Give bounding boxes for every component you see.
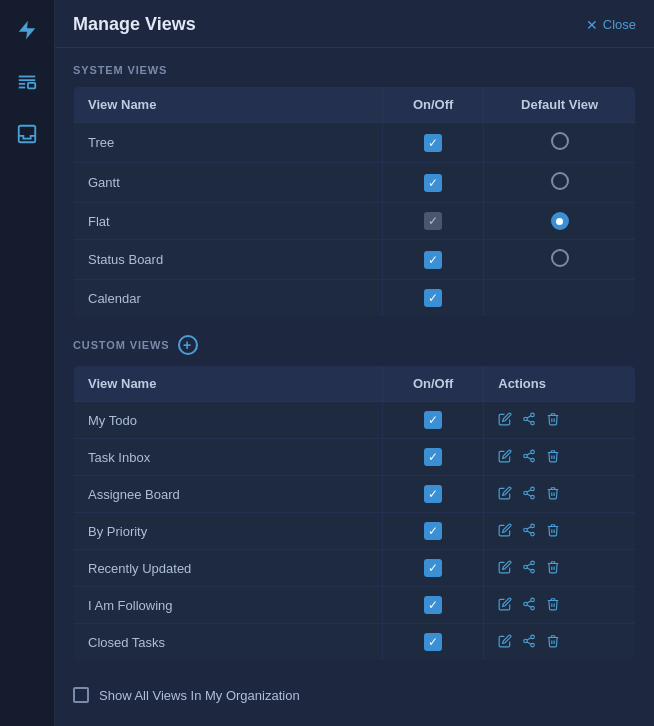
table-row: I Am Following✓	[74, 587, 636, 624]
default-radio[interactable]	[551, 249, 569, 267]
view-onoff-cell: ✓	[383, 203, 484, 240]
svg-line-35	[527, 604, 531, 606]
sidebar-icon-inbox[interactable]	[11, 118, 43, 150]
share-icon[interactable]	[522, 523, 536, 540]
svg-point-8	[524, 417, 528, 421]
onoff-checkbox[interactable]: ✓	[424, 134, 442, 152]
view-actions-cell	[484, 476, 636, 513]
onoff-checkbox[interactable]: ✓	[424, 485, 442, 503]
system-views-section: SYSTEM VIEWS View Name On/Off Default Vi…	[73, 64, 636, 317]
svg-point-38	[524, 639, 528, 643]
share-icon[interactable]	[522, 560, 536, 577]
svg-point-39	[531, 643, 535, 647]
svg-point-33	[524, 602, 528, 606]
table-row: Closed Tasks✓	[74, 624, 636, 661]
view-onoff-cell: ✓	[383, 624, 484, 661]
table-row: Tree✓	[74, 123, 636, 163]
view-onoff-cell: ✓	[383, 513, 484, 550]
view-onoff-cell: ✓	[383, 123, 484, 163]
edit-icon[interactable]	[498, 449, 512, 466]
onoff-checkbox[interactable]: ✓	[424, 596, 442, 614]
table-row: By Priority✓	[74, 513, 636, 550]
action-icons-group	[498, 412, 621, 429]
delete-icon[interactable]	[546, 449, 560, 466]
view-onoff-cell: ✓	[383, 240, 484, 280]
onoff-checkbox[interactable]: ✓	[424, 411, 442, 429]
delete-icon[interactable]	[546, 597, 560, 614]
view-onoff-cell: ✓	[383, 163, 484, 203]
view-name-cell: My Todo	[74, 402, 383, 439]
svg-line-26	[527, 526, 531, 528]
edit-icon[interactable]	[498, 560, 512, 577]
sidebar-icon-lightning[interactable]	[11, 14, 43, 46]
view-name-cell: Calendar	[74, 280, 383, 317]
onoff-checkbox[interactable]: ✓	[424, 174, 442, 192]
default-radio[interactable]	[551, 132, 569, 150]
close-label: Close	[603, 17, 636, 32]
svg-line-15	[527, 456, 531, 458]
custom-views-table: View Name On/Off Actions My Todo✓Task In…	[73, 365, 636, 661]
svg-marker-0	[19, 21, 36, 39]
edit-icon[interactable]	[498, 412, 512, 429]
onoff-checkbox[interactable]: ✓	[424, 289, 442, 307]
onoff-checkbox[interactable]: ✓	[424, 559, 442, 577]
action-icons-group	[498, 449, 621, 466]
col-header-actions: Actions	[484, 366, 636, 402]
sidebar-icon-list[interactable]	[11, 66, 43, 98]
delete-icon[interactable]	[546, 486, 560, 503]
share-icon[interactable]	[522, 412, 536, 429]
view-actions-cell	[484, 439, 636, 476]
col-header-name2: View Name	[74, 366, 383, 402]
view-actions-cell	[484, 587, 636, 624]
svg-point-23	[524, 528, 528, 532]
edit-icon[interactable]	[498, 486, 512, 503]
svg-point-9	[531, 421, 535, 425]
view-actions-cell	[484, 402, 636, 439]
delete-icon[interactable]	[546, 412, 560, 429]
view-onoff-cell: ✓	[383, 402, 484, 439]
show-all-views-checkbox[interactable]	[73, 687, 89, 703]
add-custom-view-button[interactable]: +	[178, 335, 198, 355]
onoff-checkbox[interactable]: ✓	[424, 633, 442, 651]
view-actions-cell	[484, 550, 636, 587]
svg-line-20	[527, 493, 531, 495]
svg-point-14	[531, 458, 535, 462]
table-row: Task Inbox✓	[74, 439, 636, 476]
edit-icon[interactable]	[498, 597, 512, 614]
view-default-cell	[484, 163, 636, 203]
custom-views-header-row: View Name On/Off Actions	[74, 366, 636, 402]
edit-icon[interactable]	[498, 523, 512, 540]
share-icon[interactable]	[522, 486, 536, 503]
onoff-checkbox[interactable]: ✓	[424, 212, 442, 230]
share-icon[interactable]	[522, 597, 536, 614]
svg-line-25	[527, 530, 531, 532]
edit-icon[interactable]	[498, 634, 512, 651]
default-radio[interactable]	[551, 172, 569, 190]
table-row: Recently Updated✓	[74, 550, 636, 587]
onoff-checkbox[interactable]: ✓	[424, 251, 442, 269]
onoff-checkbox[interactable]: ✓	[424, 448, 442, 466]
delete-icon[interactable]	[546, 560, 560, 577]
svg-point-34	[531, 606, 535, 610]
system-views-label: SYSTEM VIEWS	[73, 64, 636, 76]
view-onoff-cell: ✓	[383, 587, 484, 624]
default-radio[interactable]	[551, 212, 569, 230]
close-icon: ✕	[586, 17, 598, 33]
close-button[interactable]: ✕ Close	[586, 17, 636, 33]
view-name-cell: Closed Tasks	[74, 624, 383, 661]
svg-point-13	[524, 454, 528, 458]
onoff-checkbox[interactable]: ✓	[424, 522, 442, 540]
view-default-cell	[484, 280, 636, 317]
svg-point-27	[531, 561, 535, 565]
share-icon[interactable]	[522, 449, 536, 466]
delete-icon[interactable]	[546, 634, 560, 651]
svg-point-19	[531, 495, 535, 499]
view-actions-cell	[484, 624, 636, 661]
view-default-cell	[484, 123, 636, 163]
share-icon[interactable]	[522, 634, 536, 651]
action-icons-group	[498, 634, 621, 651]
delete-icon[interactable]	[546, 523, 560, 540]
svg-line-41	[527, 637, 531, 639]
view-name-cell: Gantt	[74, 163, 383, 203]
svg-rect-6	[19, 126, 36, 143]
